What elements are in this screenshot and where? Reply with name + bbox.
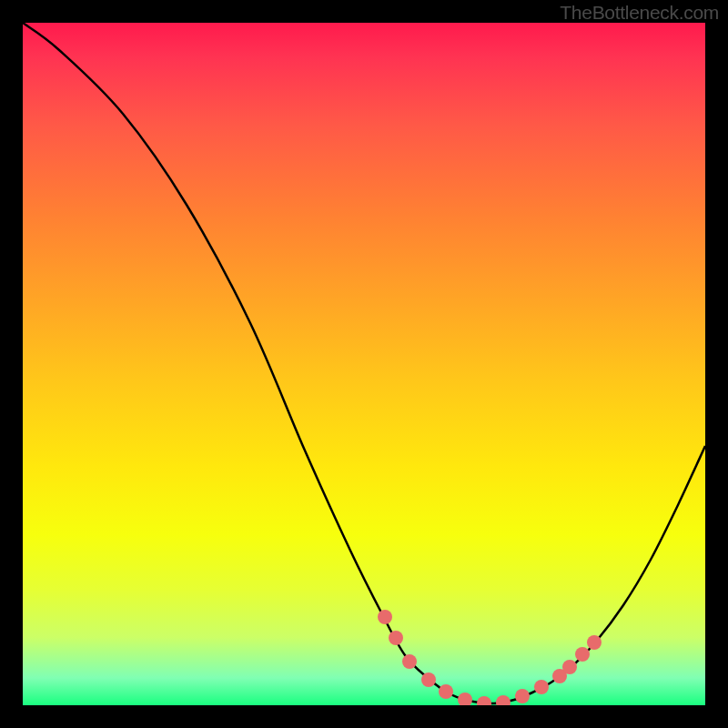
- curve-marker: [575, 647, 590, 662]
- curve-marker: [378, 610, 392, 624]
- watermark-text: TheBottleneck.com: [560, 2, 719, 24]
- chart-svg: [23, 23, 705, 705]
- curve-marker: [534, 680, 549, 694]
- curve-marker: [402, 654, 417, 669]
- curve-marker: [389, 631, 403, 645]
- curve-markers: [378, 610, 602, 705]
- curve-marker: [477, 696, 491, 705]
- curve-marker: [587, 635, 602, 650]
- curve-marker: [562, 660, 577, 674]
- bottleneck-curve: [23, 23, 705, 703]
- curve-marker: [496, 695, 511, 705]
- curve-marker: [439, 684, 453, 699]
- curve-marker: [458, 693, 472, 705]
- curve-marker: [421, 672, 436, 687]
- curve-marker: [515, 689, 530, 703]
